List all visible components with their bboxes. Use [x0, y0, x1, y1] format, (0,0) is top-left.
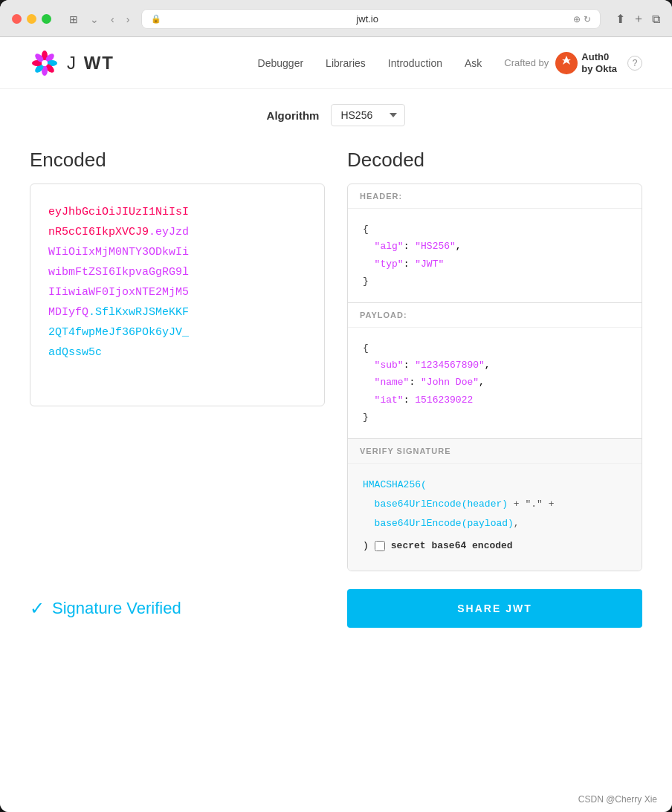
logo: J WT — [30, 48, 114, 78]
payload-body: { "sub": "1234567890", "name": "John Doe… — [348, 328, 642, 438]
logo-text: J WT — [67, 53, 114, 74]
auth0-text: Auth0 by Okta — [581, 51, 617, 74]
watermark: CSDN @Cherry Xie — [578, 794, 657, 805]
share-button[interactable]: ⬆ — [616, 12, 625, 26]
minimize-button[interactable] — [27, 14, 36, 24]
share-page-icon: ⊕ — [573, 14, 581, 25]
encoded-dot1: . — [149, 226, 155, 238]
help-button[interactable]: ? — [627, 56, 642, 71]
signature-verified: ✓ Signature Verified — [30, 598, 325, 619]
traffic-lights — [12, 14, 51, 24]
back-button[interactable]: ‹ — [108, 12, 117, 27]
auth0-icon — [555, 51, 578, 75]
verify-label: VERIFY SIGNATURE — [348, 439, 642, 464]
refresh-icon: ↻ — [584, 14, 591, 25]
verify-encode-header: base64UrlEncode(header) — [375, 498, 508, 510]
encoded-dot2: . — [88, 306, 95, 319]
sidebar-toggle-button[interactable]: ⊞ — [66, 12, 81, 27]
nav-debugger[interactable]: Debugger — [258, 57, 304, 69]
payload-label: PAYLOAD: — [348, 303, 642, 328]
forward-button[interactable]: › — [123, 12, 133, 27]
columns: Encoded eyJhbGciOiJIUzI1NiIsInR5cCI6IkpX… — [30, 149, 642, 571]
encoded-title: Encoded — [30, 149, 325, 172]
encoded-part2: eyJzdWIiOiIxMjM0NTY3ODkwIiwibmFtZSI6Ikpv… — [48, 226, 189, 319]
algorithm-label: Algorithm — [267, 109, 320, 122]
maximize-button[interactable] — [42, 14, 51, 24]
svg-point-9 — [555, 52, 578, 74]
decoded-column: Decoded HEADER: { "alg": "HS256", "typ":… — [347, 149, 642, 571]
decoded-title: Decoded — [347, 149, 642, 172]
app-content: J WT Debugger Libraries Introduction Ask… — [0, 37, 672, 812]
payload-section: PAYLOAD: { "sub": "1234567890", "name": … — [348, 303, 642, 439]
encoded-box[interactable]: eyJhbGciOiJIUzI1NiIsInR5cCI6IkpXVCJ9.eyJ… — [30, 183, 325, 406]
encoded-column: Encoded eyJhbGciOiJIUzI1NiIsInR5cCI6IkpX… — [30, 149, 325, 406]
crafted-by: Crafted by Auth0 by Okta ? — [504, 51, 642, 75]
check-icon: ✓ — [30, 598, 45, 619]
logo-icon — [30, 48, 59, 78]
verify-body: HMACSHA256( base64UrlEncode(header) + ".… — [348, 464, 642, 571]
address-bar[interactable]: 🔒 jwt.io ⊕ ↻ — [141, 9, 601, 29]
navbar: J WT Debugger Libraries Introduction Ask… — [0, 37, 672, 89]
verify-section: VERIFY SIGNATURE HMACSHA256( base64UrlEn… — [348, 439, 642, 571]
main-content: Algorithm HS256 HS384 HS512 RS256 Encode… — [0, 89, 672, 812]
algorithm-select[interactable]: HS256 HS384 HS512 RS256 — [331, 104, 405, 126]
algorithm-row: Algorithm HS256 HS384 HS512 RS256 — [30, 104, 642, 126]
crafted-by-text: Crafted by — [504, 57, 549, 68]
tabs-button[interactable]: ⧉ — [652, 13, 660, 26]
close-button[interactable] — [12, 14, 22, 24]
nav-links: Debugger Libraries Introduction Ask — [258, 57, 482, 69]
address-actions: ⊕ ↻ — [573, 14, 591, 25]
close-paren-text: ) — [363, 536, 369, 556]
decoded-panel: HEADER: { "alg": "HS256", "typ": "JWT" }… — [347, 183, 642, 571]
browser-controls: ⊞ ⌄ ‹ › — [66, 12, 132, 27]
nav-introduction[interactable]: Introduction — [388, 57, 442, 69]
verify-func: HMACSHA256( — [363, 479, 427, 490]
new-tab-button[interactable]: ＋ — [633, 11, 644, 27]
share-jwt-button[interactable]: SHARE JWT — [347, 589, 642, 628]
verify-encode-payload: base64UrlEncode(payload) — [375, 518, 514, 529]
header-label: HEADER: — [348, 184, 642, 209]
bottom-row: ✓ Signature Verified SHARE JWT — [30, 589, 642, 628]
lock-icon: 🔒 — [151, 14, 161, 24]
browser-actions: ⬆ ＋ ⧉ — [616, 11, 660, 27]
url-text: jwt.io — [166, 13, 569, 25]
secret-checkbox[interactable] — [375, 541, 385, 551]
browser-chrome: ⊞ ⌄ ‹ › 🔒 jwt.io ⊕ ↻ ⬆ ＋ ⧉ — [0, 0, 672, 37]
sidebar-toggle-button-2[interactable]: ⌄ — [87, 12, 102, 27]
svg-point-8 — [42, 60, 48, 66]
signature-verified-text: Signature Verified — [52, 599, 181, 618]
nav-ask[interactable]: Ask — [465, 57, 482, 69]
auth0-logo: Auth0 by Okta — [555, 51, 617, 75]
secret-label: secret base64 encoded — [391, 536, 513, 556]
encoded-text: eyJhbGciOiJIUzI1NiIsInR5cCI6IkpXVCJ9.eyJ… — [48, 202, 306, 363]
secret-input-row: ) secret base64 encoded — [363, 536, 627, 556]
nav-libraries[interactable]: Libraries — [326, 57, 366, 69]
header-section: HEADER: { "alg": "HS256", "typ": "JWT" } — [348, 184, 642, 303]
header-body: { "alg": "HS256", "typ": "JWT" } — [348, 209, 642, 302]
